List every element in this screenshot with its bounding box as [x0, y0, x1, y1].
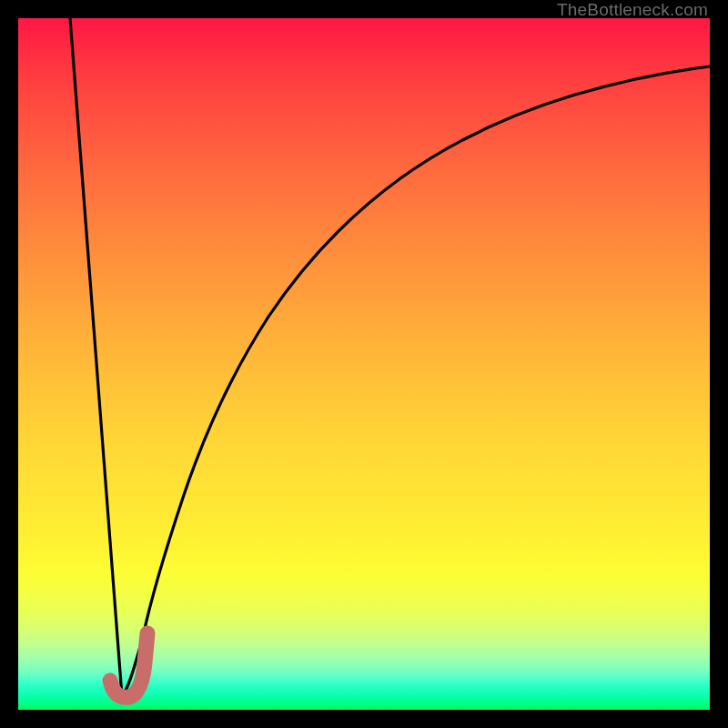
chart-stage: TheBottleneck.com	[0, 0, 728, 728]
curve-right-branch	[122, 66, 710, 696]
j-dip-marker-dot	[103, 673, 118, 689]
watermark-text: TheBottleneck.com	[557, 0, 708, 20]
chart-svg	[18, 18, 710, 710]
plot-area	[18, 18, 710, 710]
curve-left-branch	[70, 18, 122, 696]
